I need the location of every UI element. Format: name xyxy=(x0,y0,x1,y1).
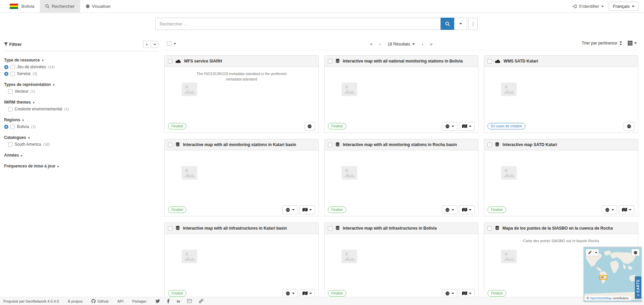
extent-menu-button[interactable] xyxy=(594,249,599,256)
card-body[interactable] xyxy=(325,234,478,288)
openstreetmap-link[interactable]: OpenStreetMap xyxy=(590,297,612,300)
pagination-first[interactable]: « xyxy=(370,41,372,47)
search-options-button[interactable] xyxy=(454,18,467,30)
facet-group-header[interactable]: IWRM themes ▾ xyxy=(4,99,159,106)
card-checkbox[interactable] xyxy=(168,59,172,64)
download-map-menu-button[interactable] xyxy=(459,205,475,214)
facet-item[interactable]: Jeu de données (14) xyxy=(4,64,159,70)
card-checkbox[interactable] xyxy=(487,226,492,231)
add-to-map-menu-button[interactable] xyxy=(442,205,457,214)
twitter-icon[interactable] xyxy=(155,299,160,303)
pagination-last[interactable]: » xyxy=(430,41,433,47)
card-body[interactable] xyxy=(165,150,318,204)
card-actions xyxy=(282,289,315,298)
card-body[interactable] xyxy=(165,234,318,288)
card-title[interactable]: Interactive map SATD Katari xyxy=(502,142,557,147)
add-to-map-menu-button[interactable] xyxy=(282,205,298,214)
card-checkbox[interactable] xyxy=(487,59,492,64)
card-body[interactable] xyxy=(325,150,478,204)
site-label: Bolivia xyxy=(21,4,34,9)
card-title[interactable]: WFS service SIARH xyxy=(184,59,222,64)
sort-dropdown[interactable]: Trier par pertinence xyxy=(582,41,622,46)
facet-checkbox[interactable] xyxy=(11,65,15,69)
search-input[interactable] xyxy=(155,18,441,30)
facebook-icon[interactable] xyxy=(167,299,170,303)
facet-group-header[interactable]: Années ▸ xyxy=(4,152,159,159)
results-count-dropdown[interactable]: 18 Résultats xyxy=(388,42,415,47)
draw-extent-button[interactable] xyxy=(586,249,594,256)
language-button[interactable]: Français xyxy=(609,2,639,11)
facet-checkbox[interactable] xyxy=(8,142,13,147)
facet-group-header[interactable]: Type de ressource ▾ xyxy=(4,57,159,64)
tab-rechercher[interactable]: Rechercher xyxy=(40,0,80,13)
site-brand[interactable]: Bolivia xyxy=(0,0,40,13)
sort-label: Trier par pertinence xyxy=(582,41,617,46)
facet-checkbox[interactable] xyxy=(11,72,15,76)
filter-apply-button[interactable]: ▸ xyxy=(143,41,151,48)
card-checkbox[interactable] xyxy=(328,59,332,64)
download-map-menu-button[interactable] xyxy=(619,205,634,214)
tab-visualiser[interactable]: Visualiser xyxy=(80,0,116,13)
email-icon[interactable] xyxy=(187,299,192,303)
signin-menu[interactable]: S'identifier xyxy=(572,4,604,9)
facet-group-header[interactable]: Fréquences de mise à jour ▸ xyxy=(4,163,159,169)
about-link[interactable]: À propos xyxy=(68,299,82,303)
facet-group-header[interactable]: Types de représentation ▾ xyxy=(4,81,159,88)
card-title[interactable]: Mapa de los puntos de la SIASBO en la cu… xyxy=(502,226,613,231)
facet-item[interactable]: Vecteur (1) xyxy=(8,88,159,95)
download-map-menu-button[interactable] xyxy=(459,122,475,131)
add-to-map-menu-button[interactable] xyxy=(602,205,617,214)
pagination-next[interactable]: › xyxy=(422,41,423,47)
facet-item[interactable]: South America (18) xyxy=(8,141,159,148)
plus-circle-icon[interactable] xyxy=(4,72,8,76)
add-to-map-menu-button[interactable] xyxy=(442,122,457,131)
card-body[interactable] xyxy=(484,150,638,204)
facet-group-header[interactable]: Regions ▾ xyxy=(4,116,159,123)
globe-icon xyxy=(445,291,450,296)
facet-checkbox[interactable] xyxy=(11,125,15,129)
card-checkbox[interactable] xyxy=(168,143,172,147)
download-map-menu-button[interactable] xyxy=(299,205,315,214)
overview-map[interactable]: » CARTE © OpenStreetMap contributors. xyxy=(584,247,642,302)
facet-checkbox[interactable] xyxy=(8,107,13,111)
card-title[interactable]: Interactive map with all infrastructures… xyxy=(343,226,437,231)
filter-menu-button[interactable] xyxy=(151,41,159,48)
map-panel-toggle[interactable]: » CARTE xyxy=(635,276,641,299)
github-link[interactable]: Github xyxy=(91,299,108,303)
more-options-button[interactable]: ⋮ xyxy=(468,18,478,30)
card-checkbox[interactable] xyxy=(328,226,332,231)
card-body[interactable] xyxy=(484,67,638,121)
add-to-map-button[interactable] xyxy=(624,122,634,131)
view-mode-button[interactable] xyxy=(628,41,637,46)
facet-item[interactable]: Service (3) xyxy=(4,70,159,77)
card-checkbox[interactable] xyxy=(168,226,172,231)
add-to-map-menu-button[interactable] xyxy=(442,289,457,298)
card-body[interactable] xyxy=(325,67,478,121)
facet-item[interactable]: Bolivia (1) xyxy=(4,123,159,130)
card-title[interactable]: Interactive map with all infrastructures… xyxy=(183,226,287,231)
card-body[interactable]: The ISO19139/119 metadata standard is th… xyxy=(165,67,318,121)
facet-group-header[interactable]: Catalogues ▾ xyxy=(4,134,159,141)
card-checkbox[interactable] xyxy=(328,143,332,147)
facet-checkbox[interactable] xyxy=(8,89,13,94)
card-title[interactable]: Interactive map with all monitoring stat… xyxy=(183,142,296,147)
download-map-menu-button[interactable] xyxy=(459,289,475,298)
pagination-prev[interactable]: ‹ xyxy=(379,41,381,47)
add-to-map-button[interactable] xyxy=(304,122,315,131)
link-icon[interactable] xyxy=(199,299,203,303)
map-globe-button[interactable] xyxy=(631,249,640,256)
plus-circle-icon[interactable] xyxy=(4,65,8,69)
card-title[interactable]: Interactive map with all monitoring stat… xyxy=(343,142,457,147)
globe-icon xyxy=(286,291,290,296)
card-checkbox[interactable] xyxy=(487,143,492,147)
add-to-map-menu-button[interactable] xyxy=(282,289,298,298)
linkedin-icon[interactable]: in xyxy=(177,299,180,303)
facet-group: Fréquences de mise à jour ▸ xyxy=(4,163,159,169)
card-title[interactable]: WMS SATD Katari xyxy=(503,59,538,64)
api-link[interactable]: API xyxy=(117,299,124,303)
plus-circle-icon[interactable] xyxy=(4,125,8,129)
search-button[interactable] xyxy=(441,18,454,30)
download-map-menu-button[interactable] xyxy=(299,289,315,298)
card-title[interactable]: Interactive map with all national monito… xyxy=(343,59,463,64)
facet-item[interactable]: Contexte environnemental (1) xyxy=(8,106,159,112)
